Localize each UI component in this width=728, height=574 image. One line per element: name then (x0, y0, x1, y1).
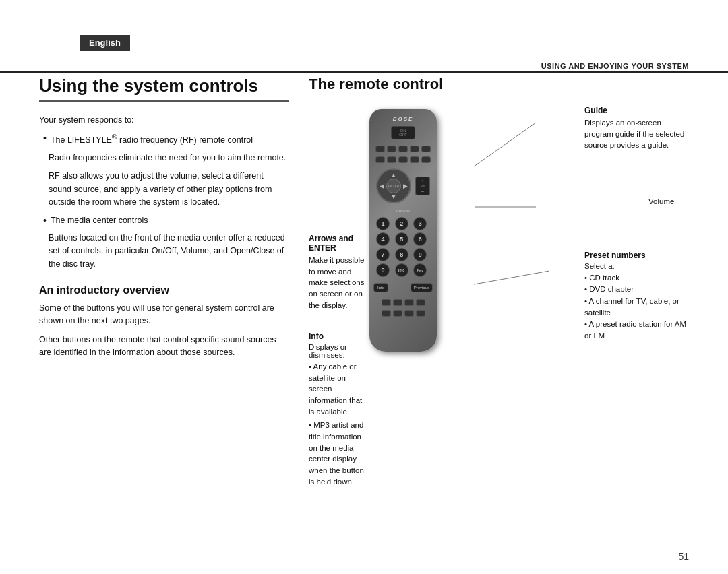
presets-list: • CD track • DVD chapter • A channel for… (584, 272, 689, 342)
header-divider (0, 71, 728, 73)
left-column: Using the system controls Your system re… (39, 75, 289, 547)
vol-plus: + (421, 179, 424, 183)
extra-btn-1[interactable] (382, 299, 391, 306)
info-annotation: Info Displays or dismisses: • Any cable … (309, 331, 369, 487)
preset-2[interactable]: 2 (395, 217, 408, 230)
preset-annotation: Preset numbers Select a: • CD track • DV… (584, 251, 689, 342)
sub-para-3: Buttons located on the front of the medi… (49, 232, 289, 271)
preset-grid: 1 2 3 4 5 6 7 8 9 0 Info Prev (376, 217, 430, 277)
small-btn-8[interactable] (398, 156, 408, 163)
extra-btn-3[interactable] (404, 299, 414, 306)
preset-7[interactable]: 7 (376, 248, 390, 261)
small-btn-1[interactable] (375, 146, 385, 152)
arrow-right-icon: ▶ (403, 183, 408, 189)
arrow-pad[interactable]: ▲ ▼ ◀ ▶ ENTER (376, 168, 411, 203)
info-list: • Any cable or satellite on-screen infor… (309, 361, 369, 487)
arrows-label: Arrows and ENTER (309, 234, 366, 253)
remote-control: BOSE ON OFF (369, 109, 437, 352)
bottom-buttons: Info Previous (373, 283, 433, 292)
page-number: 51 (678, 551, 689, 562)
enter-label: ENTER (388, 184, 400, 188)
sub-para-2: RF also allows you to adjust the volume,… (49, 170, 289, 209)
bullet-symbol: • (43, 133, 47, 144)
preset-item-1: • CD track (584, 272, 689, 284)
small-btn-10[interactable] (421, 156, 431, 163)
on-off-button[interactable]: ON OFF (391, 126, 415, 139)
preset-6[interactable]: 6 (413, 232, 427, 246)
header-title: Using and Enjoying Your System (541, 62, 689, 70)
extra-btn-5[interactable] (382, 310, 391, 317)
volume-annotation: Volume (648, 197, 689, 207)
remote-section-title: The remote control (309, 75, 689, 93)
presets-select-text: Select a: (584, 262, 689, 270)
arrow-up-icon: ▲ (391, 172, 397, 179)
extra-btn-8[interactable] (416, 310, 425, 317)
preset-item-3: • A channel for TV, cable, or satellite (584, 296, 689, 319)
preset-8[interactable]: 8 (395, 248, 408, 261)
svg-line-1 (474, 271, 549, 284)
extra-btn-7[interactable] (404, 310, 414, 317)
bullet-symbol-2: • (43, 215, 47, 226)
bullet-1-text: The LIFESTYLE® radio frequency (RF) remo… (51, 132, 253, 148)
preset-info[interactable]: Info (395, 263, 408, 277)
small-btn-3[interactable] (398, 146, 408, 152)
preset-1[interactable]: 1 (376, 217, 390, 230)
previous-button[interactable]: Previous (411, 283, 433, 292)
volume-control[interactable]: + Vol – (415, 177, 430, 195)
right-column: The remote control BOSE (309, 75, 689, 547)
preset-item-2: • DVD chapter (584, 284, 689, 295)
presets-annotation-title: Preset numbers (584, 251, 689, 260)
small-btn-9[interactable] (410, 156, 419, 163)
bose-logo: BOSE (393, 116, 414, 122)
preset-5[interactable]: 5 (395, 232, 408, 246)
arrow-down-icon: ▼ (391, 193, 397, 200)
presets-label: Presets (376, 209, 430, 213)
arrows-desc: Make it possible to move and make select… (309, 255, 366, 311)
preset-4[interactable]: 4 (376, 232, 390, 246)
bullet-2: • The media center controls (43, 214, 289, 227)
language-tab: English (80, 35, 130, 51)
preset-3[interactable]: 3 (413, 217, 427, 230)
volume-label-annot: Volume (648, 197, 689, 207)
page-title: Using the system controls (39, 75, 289, 102)
info-label: Info (309, 331, 369, 341)
preset-item-4: • A preset radio station for AM or FM (584, 319, 689, 342)
svg-line-0 (474, 123, 536, 166)
arrows-annotation: Arrows and ENTER Make it possible to mov… (309, 234, 366, 311)
section-heading: An introductory overview (39, 284, 289, 296)
extra-btn-2[interactable] (393, 299, 402, 306)
bullet-1: • The LIFESTYLE® radio frequency (RF) re… (43, 132, 289, 148)
intro-text: Your system responds to: (39, 114, 289, 127)
guide-desc: Displays an on-screen program guide if t… (584, 117, 689, 151)
small-btn-5[interactable] (421, 146, 431, 152)
preset-prev[interactable]: Prev (413, 263, 427, 277)
main-content: Using the system controls Your system re… (39, 75, 689, 547)
info-item-2: • MP3 artist and title information on th… (309, 420, 369, 487)
vol-label: Vol (421, 184, 425, 188)
overview-2: Other buttons on the remote that control… (39, 333, 289, 360)
guide-label: Guide (584, 106, 689, 115)
preset-0-left[interactable]: 0 (376, 263, 390, 277)
overview-1: Some of the buttons you will use for gen… (39, 302, 289, 328)
preset-9[interactable]: 9 (413, 248, 427, 261)
guide-annotation: Guide Displays an on-screen program guid… (584, 106, 689, 151)
info-button[interactable]: Info (373, 283, 388, 292)
arrow-left-icon: ◀ (380, 183, 384, 189)
info-item-1: • Any cable or satellite on-screen infor… (309, 361, 369, 417)
small-btn-7[interactable] (387, 156, 396, 163)
sub-para-1: Radio frequencies eliminate the need for… (49, 152, 289, 164)
extra-btn-6[interactable] (393, 310, 402, 317)
small-btn-6[interactable] (375, 156, 385, 163)
small-btn-2[interactable] (387, 146, 396, 152)
info-displays-text: Displays or dismisses: (309, 343, 369, 359)
small-btn-4[interactable] (410, 146, 419, 152)
vol-minus: – (421, 189, 424, 193)
bullet-2-text: The media center controls (51, 214, 148, 227)
extra-btn-4[interactable] (416, 299, 425, 306)
enter-button[interactable]: ENTER (386, 179, 401, 193)
